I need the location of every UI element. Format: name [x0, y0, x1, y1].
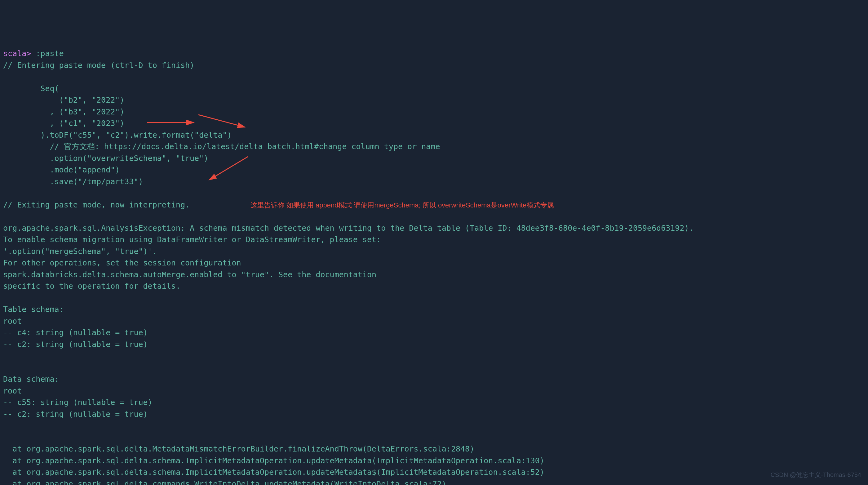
code-line: // Entering paste mode (ctrl-D to finish…: [3, 61, 194, 70]
code-line: ("b2", "2022"): [3, 95, 124, 104]
watermark: CSDN @健忘主义-Thomas-6754: [770, 470, 861, 479]
schema-line: -- c2: string (nullable = true): [3, 340, 148, 349]
schema-line: Data schema:: [3, 374, 59, 384]
code-line: .save("/tmp/part33"): [3, 177, 143, 186]
code-line: , ("c1", "2023"): [3, 119, 124, 128]
schema-line: root: [3, 316, 22, 326]
schema-line: -- c55: string (nullable = true): [3, 398, 153, 407]
repl-prompt: scala>: [3, 49, 31, 58]
schema-line: -- c2: string (nullable = true): [3, 410, 148, 419]
error-line: specific to the operation for details.: [3, 281, 180, 291]
code-line: .mode("append"): [3, 165, 120, 174]
code-line: // Exiting paste mode, now interpreting.: [3, 200, 190, 209]
code-line: // 官方文档: https://docs.delta.io/latest/de…: [3, 142, 440, 151]
schema-line: root: [3, 386, 22, 395]
error-line: For other operations, set the session co…: [3, 258, 241, 267]
stacktrace-line: at org.apache.spark.sql.delta.schema.Imp…: [3, 456, 545, 465]
error-line: spark.databricks.delta.schema.autoMerge.…: [3, 270, 376, 279]
code-line: Seq(: [3, 84, 59, 93]
error-line: To enable schema migration using DataFra…: [3, 235, 381, 244]
terminal-output: scala> :paste // Entering paste mode (ct…: [3, 48, 865, 485]
code-line: ).toDF("c55", "c2").write.format("delta"…: [3, 130, 232, 140]
stacktrace-line: at org.apache.spark.sql.delta.schema.Imp…: [3, 467, 545, 477]
user-annotation: 这里告诉你 如果使用 append模式 请使用mergeSchema; 所以 o…: [250, 201, 554, 209]
error-line: '.option("mergeSchema", "true")'.: [3, 247, 157, 256]
stacktrace-line: at org.apache.spark.sql.delta.MetadataMi…: [3, 444, 474, 453]
repl-command: :paste: [36, 49, 64, 58]
schema-line: Table schema:: [3, 305, 64, 314]
schema-line: -- c4: string (nullable = true): [3, 328, 148, 337]
code-line: .option("overwriteSchema", "true"): [3, 154, 208, 163]
code-line: , ("b3", "2022"): [3, 107, 124, 116]
error-line: org.apache.spark.sql.AnalysisException: …: [3, 223, 694, 233]
stacktrace-line: at org.apache.spark.sql.delta.commands.W…: [3, 479, 446, 485]
